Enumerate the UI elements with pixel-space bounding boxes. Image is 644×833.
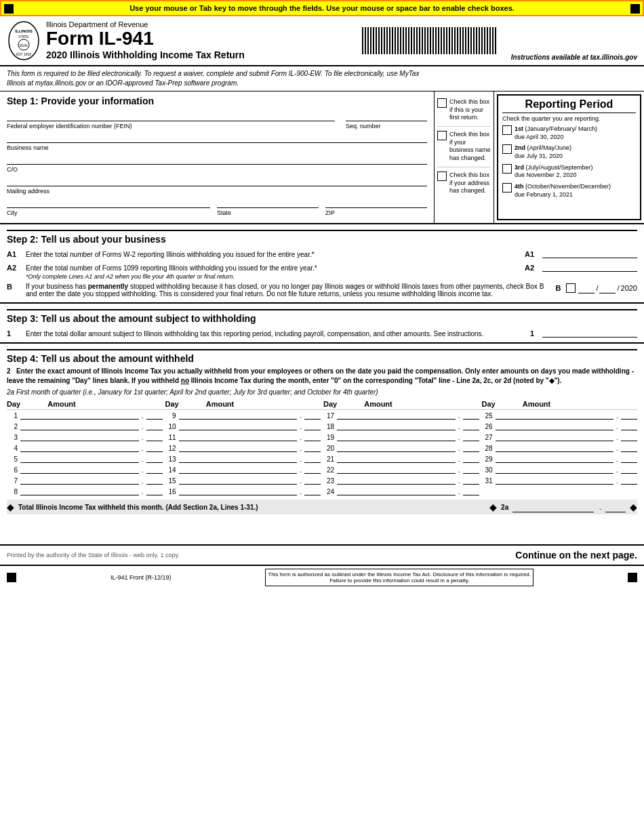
q4-checkbox[interactable]: [502, 183, 512, 192]
legal-text: This form is authorized as outlined unde…: [268, 571, 531, 584]
day3-amount[interactable]: [20, 432, 139, 441]
b-day[interactable]: [599, 283, 616, 293]
day6-amount[interactable]: [20, 464, 139, 474]
info-text2: Illinois at mytax.illinois.gov or an IDO…: [7, 79, 239, 87]
line1-text: Enter the total dollar amount subject to…: [26, 330, 525, 338]
day-row-17: 17.: [323, 410, 479, 420]
day5-cents[interactable]: [146, 453, 163, 463]
q1-item: 1st (January/February/ March) due April …: [502, 125, 636, 141]
day15-amount[interactable]: [179, 475, 298, 485]
day4-cents[interactable]: [146, 443, 163, 452]
day16-cents[interactable]: [304, 486, 321, 495]
day28-amount[interactable]: [496, 443, 614, 452]
day29-amount[interactable]: [496, 453, 614, 463]
day14-cents[interactable]: [304, 464, 321, 474]
fein-input[interactable]: [7, 110, 335, 121]
first-return-checkbox[interactable]: [437, 98, 447, 108]
a2-answer[interactable]: [542, 261, 637, 272]
day-row-21: 21.: [323, 453, 479, 463]
day9-amount[interactable]: [179, 410, 298, 420]
business-name-input[interactable]: [7, 132, 427, 143]
day4-amount[interactable]: [20, 443, 139, 452]
zip-input[interactable]: [325, 197, 427, 208]
day24-amount[interactable]: [337, 486, 456, 495]
header-left: ILLINOIS STATE SEAL EST 1818 Illinois De…: [7, 20, 348, 61]
day11-cents[interactable]: [304, 432, 321, 441]
day27-cents[interactable]: [621, 432, 637, 441]
day31-amount[interactable]: [496, 475, 614, 485]
mailing-input[interactable]: [7, 176, 427, 186]
day12-cents[interactable]: [304, 443, 321, 452]
day7-cents[interactable]: [146, 475, 163, 485]
day20-cents[interactable]: [463, 443, 479, 452]
q2-checkbox[interactable]: [502, 144, 512, 154]
city-input[interactable]: [7, 197, 210, 208]
day20-amount[interactable]: [337, 443, 456, 452]
day30-cents[interactable]: [621, 464, 637, 474]
day1-amount[interactable]: [20, 410, 139, 420]
day18-cents[interactable]: [463, 421, 479, 430]
name-changed-checkbox[interactable]: [437, 131, 447, 140]
day7-amount[interactable]: [20, 475, 139, 485]
day-row-14: 14.: [165, 464, 321, 474]
day13-amount[interactable]: [179, 453, 298, 463]
day16-amount[interactable]: [179, 486, 298, 495]
day27-amount[interactable]: [496, 432, 614, 441]
step1-heading: Step 1: Provide your information: [7, 96, 427, 106]
day10-amount[interactable]: [179, 421, 298, 430]
day24-cents[interactable]: [463, 486, 479, 495]
rp-title: Reporting Period: [502, 98, 636, 113]
address-changed-checkbox[interactable]: [437, 171, 447, 181]
day2-cents[interactable]: [146, 421, 163, 430]
total-2a-answer[interactable]: [512, 502, 594, 512]
month-label-2a: 2a First month of quarter (i.e., January…: [7, 388, 637, 396]
total-note: (Add Section 2a, Lines 1-31.): [165, 504, 258, 511]
zip-label: ZIP: [325, 209, 427, 216]
day9-cents[interactable]: [304, 410, 321, 420]
day13-cents[interactable]: [304, 453, 321, 463]
day22-amount[interactable]: [337, 464, 456, 474]
day10-cents[interactable]: [304, 421, 321, 430]
day19-amount[interactable]: [337, 432, 456, 441]
day23-cents[interactable]: [463, 475, 479, 485]
co-input[interactable]: [7, 154, 427, 165]
day12-amount[interactable]: [179, 443, 298, 452]
header-section: ILLINOIS STATE SEAL EST 1818 Illinois De…: [0, 16, 644, 66]
seq-input[interactable]: [346, 110, 427, 121]
day26-cents[interactable]: [621, 421, 637, 430]
total-2a-cents[interactable]: [605, 502, 626, 512]
day14-amount[interactable]: [179, 464, 298, 474]
day8-cents[interactable]: [146, 486, 163, 495]
day21-cents[interactable]: [463, 453, 479, 463]
day21-amount[interactable]: [337, 453, 456, 463]
day17-cents[interactable]: [463, 410, 479, 420]
day31-cents[interactable]: [621, 475, 637, 485]
day8-amount[interactable]: [20, 486, 139, 495]
q1-checkbox[interactable]: [502, 125, 512, 135]
state-input[interactable]: [217, 197, 319, 208]
day29-cents[interactable]: [621, 453, 637, 463]
b-month[interactable]: [578, 283, 595, 293]
day15-cents[interactable]: [304, 475, 321, 485]
day30-amount[interactable]: [496, 464, 614, 474]
check2-block: Check this box if your business name has…: [437, 127, 491, 167]
day5-amount[interactable]: [20, 453, 139, 463]
day19-cents[interactable]: [463, 432, 479, 441]
day6-cents[interactable]: [146, 464, 163, 474]
day1-cents[interactable]: [146, 410, 163, 420]
q3-checkbox[interactable]: [502, 164, 512, 174]
day25-amount[interactable]: [496, 410, 614, 420]
day11-amount[interactable]: [179, 432, 298, 441]
b-checkbox[interactable]: [566, 283, 576, 293]
day2-amount[interactable]: [20, 421, 139, 430]
line1-answer[interactable]: [542, 327, 637, 338]
day17-amount[interactable]: [337, 410, 456, 420]
a1-answer[interactable]: [542, 247, 637, 258]
day18-amount[interactable]: [337, 421, 456, 430]
day25-cents[interactable]: [621, 410, 637, 420]
day3-cents[interactable]: [146, 432, 163, 441]
day23-amount[interactable]: [337, 475, 456, 485]
day22-cents[interactable]: [463, 464, 479, 474]
day28-cents[interactable]: [621, 443, 637, 452]
day26-amount[interactable]: [496, 421, 614, 430]
